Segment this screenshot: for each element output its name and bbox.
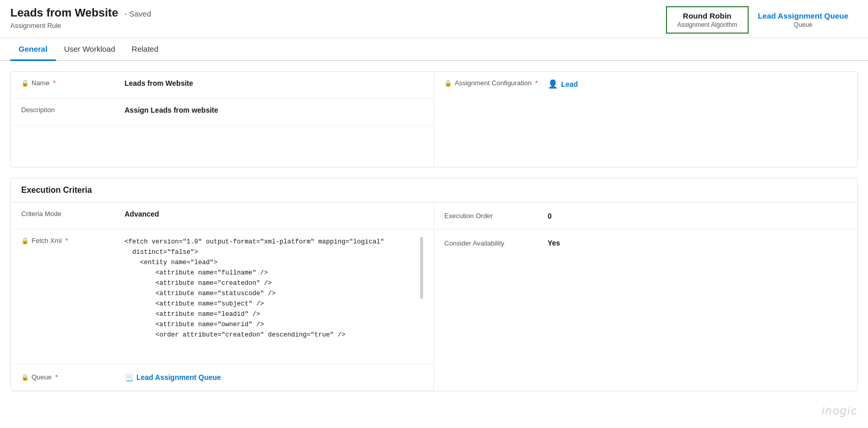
execution-title-row: Execution Criteria <box>11 178 857 203</box>
round-robin-sub: Assignment Algorithm <box>676 21 738 28</box>
round-robin-title: Round Robin <box>676 11 738 20</box>
lock-icon-fetch: 🔒 <box>21 237 29 244</box>
lock-icon-queue: 🔒 <box>21 374 29 381</box>
description-row: Description Assign Leads from website <box>11 99 433 126</box>
execution-card: Execution Criteria Criteria Mode Advance… <box>10 178 858 391</box>
name-value: Leads from Website <box>125 79 423 87</box>
lock-icon: 🔒 <box>21 80 29 87</box>
fetch-xml-required: * <box>66 237 68 244</box>
consider-availability-label: Consider Availability <box>444 239 548 247</box>
name-required: * <box>53 79 56 87</box>
assignment-config-link[interactable]: Lead <box>561 80 578 88</box>
xml-scrollbar[interactable] <box>420 237 423 299</box>
assignment-config-row: 🔒 Assignment Configuration * 👤 Lead <box>434 72 857 99</box>
execution-left: Criteria Mode Advanced 🔒 Fetch Xml * <fe… <box>11 203 434 391</box>
fetch-xml-container: <fetch version="1.0" output-format="xml-… <box>125 237 423 340</box>
queue-link-sub: Queue <box>758 21 848 28</box>
name-row: 🔒 Name * Leads from Website <box>11 72 433 99</box>
description-value: Assign Leads from website <box>125 106 423 114</box>
main-content: 🔒 Name * Leads from Website Description … <box>0 61 868 412</box>
page-header: Leads from Website - Saved Assignment Ru… <box>0 0 868 38</box>
queue-required: * <box>55 373 58 381</box>
execution-grid: Criteria Mode Advanced 🔒 Fetch Xml * <fe… <box>11 203 857 391</box>
fetch-xml-label: 🔒 Fetch Xml * <box>21 237 125 244</box>
consider-availability-label-text: Consider Availability <box>444 239 504 247</box>
assignment-config-label-text: Assignment Configuration <box>455 79 532 87</box>
round-robin-card: Round Robin Assignment Algorithm <box>666 6 749 34</box>
name-label-text: Name <box>32 79 50 87</box>
consider-availability-row: Consider Availability Yes <box>434 230 857 256</box>
consider-availability-value: Yes <box>548 239 847 247</box>
spacer-row <box>11 126 433 167</box>
saved-badge: - Saved <box>125 9 151 18</box>
person-config-icon: 👤 <box>548 79 558 89</box>
right-col: 🔒 Assignment Configuration * 👤 Lead <box>434 72 857 167</box>
criteria-mode-value: Advanced <box>125 210 423 218</box>
queue-label-text: Queue <box>32 373 52 381</box>
header-right: Round Robin Assignment Algorithm Lead As… <box>666 6 858 38</box>
tabs-bar: General User Workload Related <box>0 38 868 61</box>
criteria-mode-label-text: Criteria Mode <box>21 210 61 218</box>
queue-link-card: Lead Assignment Queue Queue <box>749 7 858 33</box>
criteria-mode-label: Criteria Mode <box>21 210 125 218</box>
fetch-xml-value: <fetch version="1.0" output-format="xml-… <box>125 237 423 340</box>
queue-row: 🔒 Queue * 📃 Lead Assignment Queue <box>11 364 433 391</box>
execution-order-label-text: Execution Order <box>444 212 493 220</box>
basic-info-grid: 🔒 Name * Leads from Website Description … <box>11 72 857 167</box>
assignment-config-label: 🔒 Assignment Configuration * <box>444 79 548 87</box>
page-title: Leads from Website - Saved <box>10 6 151 20</box>
fetch-xml-row: 🔒 Fetch Xml * <fetch version="1.0" outpu… <box>11 230 433 364</box>
execution-order-label: Execution Order <box>444 212 548 220</box>
queue-link-value[interactable]: Lead Assignment Queue <box>136 373 221 381</box>
tab-user-workload[interactable]: User Workload <box>56 38 123 61</box>
watermark: inogic <box>822 404 858 418</box>
tab-related[interactable]: Related <box>123 38 167 61</box>
execution-title: Execution Criteria <box>21 186 92 194</box>
lock-icon-config: 🔒 <box>444 80 452 87</box>
description-label: Description <box>21 106 125 114</box>
tab-general[interactable]: General <box>10 38 56 61</box>
title-text: Leads from Website <box>10 6 118 19</box>
left-col: 🔒 Name * Leads from Website Description … <box>11 72 434 167</box>
basic-info-card: 🔒 Name * Leads from Website Description … <box>10 71 858 167</box>
header-left: Leads from Website - Saved Assignment Ru… <box>10 6 151 29</box>
criteria-mode-row: Criteria Mode Advanced <box>11 203 433 230</box>
execution-order-row: Execution Order 0 <box>434 203 857 230</box>
execution-order-value: 0 <box>548 212 847 220</box>
fetch-xml-label-text: Fetch Xml <box>32 237 62 244</box>
queue-link[interactable]: Lead Assignment Queue <box>758 11 848 20</box>
execution-right: Execution Order 0 Consider Availability … <box>434 203 857 391</box>
assignment-config-required: * <box>535 79 538 87</box>
queue-icon: 📃 <box>125 373 133 381</box>
name-label: 🔒 Name * <box>21 79 125 87</box>
description-label-text: Description <box>21 106 55 114</box>
header-subtitle: Assignment Rule <box>10 22 151 29</box>
queue-label: 🔒 Queue * <box>21 373 125 381</box>
